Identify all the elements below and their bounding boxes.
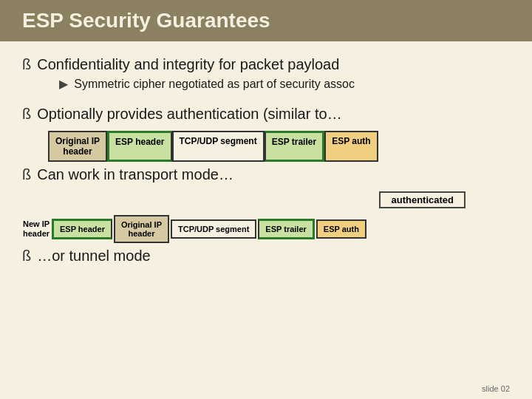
bullet-text-2: Optionally provides authentication (simi… — [37, 104, 341, 123]
cell-esp-trailer-transport: ESP trailer — [265, 131, 324, 162]
cell-tcp-udp-transport: TCP/UDP segment — [172, 131, 265, 162]
slide-number: slide 02 — [482, 384, 510, 393]
slide: ESP Security Guarantees ß Confidentialit… — [0, 0, 532, 399]
bullet-1: ß Confidentiality and integrity for pack… — [22, 55, 510, 97]
bullet-4: ß …or tunnel mode — [22, 246, 510, 265]
bullet-text-1: Confidentiality and integrity for packet… — [37, 56, 339, 72]
bullet-2: ß Optionally provides authentication (si… — [22, 104, 510, 123]
transport-diagram: Original IPheader ESP header TCP/UDP seg… — [48, 131, 510, 162]
bullet-symbol-4: ß — [22, 248, 31, 265]
cell-esp-trailer-tunnel: ESP trailer — [258, 219, 314, 239]
title-bar: ESP Security Guarantees — [0, 0, 532, 41]
bullet-2-section: ß Optionally provides authentication (si… — [22, 104, 510, 162]
bullet-3: ß Can work in transport mode… — [22, 165, 510, 184]
cell-esp-auth-tunnel: ESP auth — [316, 219, 366, 239]
authenticated-wrapper: authenticated — [48, 191, 510, 214]
cell-original-ip: Original IPheader — [48, 131, 107, 162]
tunnel-diagram-row: New IPheader ESP header Original IPheade… — [22, 215, 510, 243]
content-area: ß Confidentiality and integrity for pack… — [0, 55, 532, 265]
sub-bullet-1: ▶ Symmetric cipher negotiated as part of… — [59, 77, 355, 92]
sub-text-1: Symmetric cipher negotiated as part of s… — [74, 77, 355, 92]
bullet-symbol-2: ß — [22, 106, 31, 123]
cell-tcp-udp-tunnel: TCP/UDP segment — [171, 219, 256, 239]
authenticated-label: authenticated — [379, 191, 466, 208]
tunnel-section: New IPheader ESP header Original IPheade… — [22, 215, 510, 243]
slide-title: ESP Security Guarantees — [22, 9, 510, 33]
bullet-3-section: ß Can work in transport mode… authentica… — [22, 165, 510, 214]
tunnel-new-ip-label: New IPheader — [22, 219, 50, 239]
cell-esp-auth-transport: ESP auth — [324, 131, 378, 162]
cell-esp-header-tunnel: ESP header — [52, 219, 112, 239]
sub-symbol-1: ▶ — [59, 77, 68, 91]
bullet-text-3: Can work in transport mode… — [37, 165, 233, 184]
bullet-symbol-1: ß — [22, 56, 31, 73]
bullet-text-4: …or tunnel mode — [37, 246, 150, 265]
cell-esp-header-transport: ESP header — [107, 131, 171, 162]
cell-orig-ip-tunnel: Original IPheader — [114, 215, 169, 243]
bullet-symbol-3: ß — [22, 166, 31, 183]
